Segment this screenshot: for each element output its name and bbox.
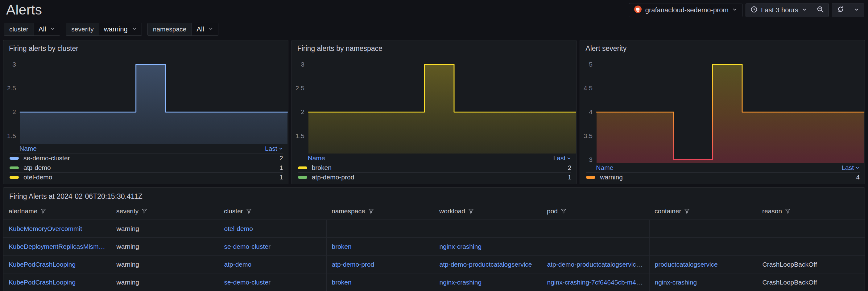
column-header-container[interactable]: container — [649, 204, 757, 220]
legend-item: warning 4 — [586, 173, 860, 182]
panel-alert-severity: Alert severity 33.544.5512:3012:4513:001… — [580, 40, 865, 184]
panel-title[interactable]: Firing alerts by cluster — [3, 40, 288, 54]
legend-header: Name Last — [298, 154, 571, 163]
legend-name-header[interactable]: Name — [20, 145, 37, 152]
chart-legend: Name Last broken 2 atp-demo-prod 1 — [292, 154, 577, 184]
filter-cluster: cluster All — [4, 23, 60, 36]
column-header-cluster[interactable]: cluster — [219, 204, 327, 220]
cell-alertname[interactable]: KubePodCrashLooping — [3, 273, 111, 291]
cell-namespace[interactable]: atp-demo-prod — [327, 256, 434, 273]
series-name[interactable]: atp-demo — [24, 164, 51, 171]
table-panel-title[interactable]: Firing Alerts at 2024-02-06T20:15:30.411… — [3, 188, 865, 204]
cell-alertname[interactable]: KubePodCrashLooping — [3, 256, 111, 273]
filter-funnel-icon[interactable] — [40, 208, 46, 214]
time-series-chart[interactable]: 11.522.5312:3012:4513:0013:1513:3013:451… — [3, 54, 288, 144]
legend-last-sort-header[interactable]: Last — [553, 155, 571, 162]
series-name[interactable]: broken — [312, 164, 332, 171]
filter-funnel-icon[interactable] — [141, 208, 148, 214]
cell-cluster[interactable]: se-demo-cluster — [219, 238, 327, 256]
series-name[interactable]: otel-demo — [24, 173, 52, 181]
filter-funnel-icon[interactable] — [468, 208, 474, 214]
cell-workload[interactable]: atp-demo-productcatalogservice — [434, 256, 541, 273]
cell-container[interactable]: nginx-crashing — [649, 273, 757, 291]
filter-funnel-icon[interactable] — [368, 208, 374, 214]
cell-container[interactable]: productcatalogservice — [649, 256, 757, 273]
panel-firing-alerts-table: Firing Alerts at 2024-02-06T20:15:30.411… — [3, 187, 865, 291]
cell-workload[interactable]: nginx-crashing — [434, 273, 541, 291]
svg-text:3: 3 — [589, 156, 593, 163]
legend-header: Name Last — [9, 144, 283, 154]
filter-value-dropdown[interactable]: warning — [99, 23, 142, 35]
time-series-plot[interactable]: 33.544.5512:3012:4513:0013:1513:3013:451… — [580, 54, 865, 163]
filter-value-dropdown[interactable]: All — [34, 23, 60, 35]
panel-title[interactable]: Firing alerts by namespace — [292, 40, 577, 54]
svg-text:1.5: 1.5 — [295, 132, 304, 139]
svg-text:2.5: 2.5 — [295, 85, 304, 92]
dashboard-toolbar: Alerts grafanacloud-sedemo-prom Last 3 h… — [0, 0, 868, 19]
refresh-interval-dropdown[interactable] — [849, 3, 864, 17]
time-series-plot[interactable]: 11.522.5312:3012:4513:0013:1513:3013:451… — [3, 54, 288, 144]
column-header-label: reason — [762, 207, 782, 215]
cell-pod[interactable]: nginx-crashing-7cf64645cb-m4… — [541, 273, 649, 291]
time-series-plot[interactable]: 11.522.5312:3012:4513:0013:1513:3013:451… — [292, 54, 577, 154]
column-header-label: workload — [439, 207, 465, 215]
column-header-workload[interactable]: workload — [434, 204, 541, 220]
cell-cluster[interactable]: se-demo-cluster — [219, 273, 327, 291]
chevron-down-icon — [132, 25, 137, 33]
toolbar-controls: grafanacloud-sedemo-prom Last 3 hours — [629, 2, 864, 17]
table-row: KubeMemoryOvercommitwarningotel-demo — [3, 220, 865, 238]
svg-text:3: 3 — [12, 61, 16, 68]
cell-pod — [541, 220, 649, 238]
legend-name-header[interactable]: Name — [596, 164, 613, 171]
time-series-chart[interactable]: 11.522.5312:3012:4513:0013:1513:3013:451… — [292, 54, 577, 154]
datasource-picker-button[interactable]: grafanacloud-sedemo-prom — [629, 3, 742, 17]
column-header-severity[interactable]: severity — [111, 204, 219, 220]
cell-namespace[interactable]: broken — [327, 238, 434, 256]
column-header-reason[interactable]: reason — [757, 204, 865, 220]
cell-cluster[interactable]: otel-demo — [219, 220, 327, 238]
cell-alertname[interactable]: KubeMemoryOvercommit — [3, 220, 111, 238]
cell-container — [649, 238, 757, 256]
clock-icon — [750, 6, 757, 15]
filter-value-dropdown[interactable]: All — [192, 23, 218, 35]
legend-item: broken 2 — [298, 163, 571, 173]
svg-text:2.5: 2.5 — [7, 85, 16, 92]
cell-namespace[interactable]: broken — [327, 273, 434, 291]
filter-funnel-icon[interactable] — [560, 208, 567, 214]
legend-header: Name Last — [586, 163, 860, 173]
series-name[interactable]: warning — [600, 173, 623, 181]
legend-last-sort-header[interactable]: Last — [841, 164, 860, 171]
filters-row: cluster All severity warning namespace A… — [0, 19, 868, 40]
legend-last-sort-header[interactable]: Last — [265, 145, 283, 152]
chart-legend: Name Last se-demo-cluster 2 atp-demo 1 o… — [3, 144, 288, 184]
cell-pod[interactable]: atp-demo-productcatalogservic… — [541, 256, 649, 273]
cell-pod — [541, 238, 649, 256]
time-series-chart[interactable]: 33.544.5512:3012:4513:0013:1513:3013:451… — [580, 54, 865, 163]
filter-funnel-icon[interactable] — [684, 208, 690, 214]
graph-panels-row: Firing alerts by cluster 11.522.5312:301… — [0, 40, 868, 184]
filter-funnel-icon[interactable] — [246, 208, 252, 214]
series-name[interactable]: se-demo-cluster — [24, 155, 70, 162]
cell-alertname[interactable]: KubeDeploymentReplicasMisma… — [3, 238, 111, 256]
refresh-button[interactable] — [832, 3, 849, 17]
column-header-label: pod — [547, 207, 558, 215]
column-header-pod[interactable]: pod — [541, 204, 649, 220]
zoom-out-button[interactable] — [812, 3, 829, 17]
panel-title[interactable]: Alert severity — [580, 40, 865, 54]
legend-name-header[interactable]: Name — [308, 155, 325, 162]
cell-cluster[interactable]: atp-demo — [219, 256, 327, 273]
column-header-namespace[interactable]: namespace — [327, 204, 434, 220]
time-range-button[interactable]: Last 3 hours — [746, 3, 812, 17]
legend-item: otel-demo 1 — [9, 173, 283, 182]
chevron-down-icon — [854, 6, 859, 14]
series-color-swatch — [298, 166, 307, 169]
series-name[interactable]: atp-demo-prod — [312, 173, 354, 181]
svg-text:4.5: 4.5 — [584, 85, 593, 92]
legend-item: atp-demo 1 — [9, 163, 283, 173]
filter-namespace: namespace All — [148, 23, 218, 36]
filter-funnel-icon[interactable] — [785, 208, 791, 214]
series-last-value: 1 — [568, 173, 571, 181]
cell-workload[interactable]: nginx-crashing — [434, 238, 541, 256]
filter-label: namespace — [148, 23, 192, 35]
column-header-alertname[interactable]: alertname — [3, 204, 111, 220]
